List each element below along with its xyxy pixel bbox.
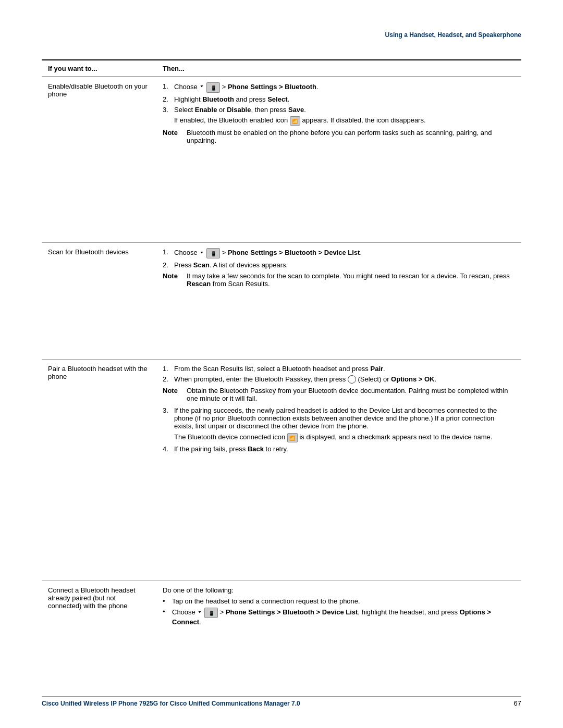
note-text: It may take a few seconds for the scan t…: [187, 272, 515, 288]
pair-label: Pair: [370, 365, 383, 373]
phone-icon: 📱: [206, 248, 220, 258]
step1-content: Choose 📱 > Phone Settings > Bluetooth.: [174, 82, 515, 93]
main-table: If you want to... Then... Enable/disable…: [42, 59, 521, 697]
pair-step4: If the pairing fails, press Back to retr…: [174, 445, 515, 453]
row3-steps: 1. From the Scan Results list, select a …: [163, 365, 515, 453]
extra-text: If enabled, the Bluetooth enabled icon 📶…: [174, 116, 515, 126]
step-num: 2.: [163, 95, 172, 103]
connect-settings-label: Phone Settings > Bluetooth > Device List: [226, 609, 358, 616]
table-row: Pair a Bluetooth headset with the phone …: [42, 359, 521, 581]
step1-label: Phone Settings > Bluetooth: [228, 83, 316, 91]
options-ok-label: Options > OK: [391, 375, 434, 383]
pair-step1: From the Scan Results list, select a Blu…: [174, 365, 515, 373]
pair-step3-extra: The Bluetooth device connected icon 📶 is…: [174, 433, 515, 442]
row4-intro: Do one of the following:: [163, 586, 515, 594]
nav-down-icon: [199, 250, 204, 256]
note-label: Note: [163, 387, 182, 402]
footer-right: 67: [514, 699, 521, 707]
row4-content: Do one of the following: • Tap on the he…: [163, 586, 515, 626]
footer-left: Cisco Unified Wireless IP Phone 7925G fo…: [42, 700, 300, 707]
row3-col2: 1. From the Scan Results list, select a …: [156, 359, 521, 581]
row2-col1: Scan for Bluetooth devices: [42, 242, 156, 359]
page-footer: Cisco Unified Wireless IP Phone 7925G fo…: [42, 699, 521, 707]
svg-marker-2: [199, 611, 201, 613]
nav-down-icon: [199, 84, 204, 90]
pair-step3: If the pairing succeeds, the newly paire…: [174, 406, 515, 442]
select-circle-icon: [348, 375, 356, 384]
row1-label: Enable/disable Bluetooth on your phone: [48, 82, 148, 98]
row2-col2: 1. Choose 📱 > Phone Settings > Bluetooth…: [156, 242, 521, 359]
enable-label: Enable: [195, 106, 217, 114]
nav-down-icon: [197, 610, 202, 616]
select-label: Select: [267, 95, 287, 103]
page-header: Using a Handset, Headset, and Speakerpho…: [42, 31, 521, 39]
back-label: Back: [248, 445, 264, 453]
header-title: Using a Handset, Headset, and Speakerpho…: [385, 31, 521, 39]
phone-icon2: 📱: [204, 608, 218, 618]
note-label: Note: [163, 129, 182, 144]
note-block: Note Obtain the Bluetooth Passkey from y…: [163, 387, 515, 402]
note-block: Note Bluetooth must be enabled on the ph…: [163, 129, 515, 144]
note-block: Note It may take a few seconds for the s…: [163, 272, 515, 288]
col2-header: Then...: [156, 60, 521, 77]
pair-step2: When prompted, enter the Bluetooth Passk…: [174, 375, 515, 384]
bullet-dot: •: [163, 597, 169, 605]
row2-label: Scan for Bluetooth devices: [48, 248, 129, 256]
step2-content: Highlight Bluetooth and press Select.: [174, 95, 515, 103]
phone-settings-icon: 📱: [206, 82, 220, 93]
col1-header: If you want to...: [42, 60, 156, 77]
bullet-dot: •: [163, 608, 169, 626]
row4-col1: Connect a Bluetooth headset already pair…: [42, 581, 156, 697]
page: Using a Handset, Headset, and Speakerpho…: [0, 0, 563, 728]
row3-label: Pair a Bluetooth headset with the phone: [48, 365, 148, 380]
scan-step1: Choose 📱 > Phone Settings > Bluetooth > …: [174, 248, 515, 258]
disable-label: Disable: [227, 106, 251, 114]
rescan-label: Rescan: [187, 280, 211, 288]
scan-step1-label: Phone Settings > Bluetooth > Device List: [228, 249, 360, 256]
row3-col1: Pair a Bluetooth headset with the phone: [42, 359, 156, 581]
step-num: 1.: [163, 82, 172, 93]
step-num: 2.: [163, 375, 172, 384]
note-label: Note: [163, 272, 182, 288]
note-text1: Obtain the Bluetooth Passkey from your B…: [187, 387, 515, 402]
list-item: • Choose 📱 > Phone Settings > Bluetooth …: [163, 608, 515, 626]
step3-content: Select Enable or Disable, then press Sav…: [174, 106, 515, 114]
scan-label: Scan: [193, 261, 210, 269]
row1-col1: Enable/disable Bluetooth on your phone: [42, 77, 156, 243]
bt-connected-icon: 📶: [287, 433, 298, 442]
scan-step2: Press Scan. A list of devices appears.: [174, 261, 515, 269]
bullet-text1: Tap on the headset to send a connection …: [172, 597, 360, 605]
row4-label: Connect a Bluetooth headset already pair…: [48, 586, 136, 610]
table-row: Scan for Bluetooth devices 1. Choose: [42, 242, 521, 359]
svg-marker-0: [201, 85, 203, 88]
row2-steps: 1. Choose 📱 > Phone Settings > Bluetooth…: [163, 248, 515, 288]
step-num: 1.: [163, 248, 172, 258]
bullet-list: • Tap on the headset to send a connectio…: [163, 597, 515, 626]
svg-marker-1: [201, 252, 203, 254]
bluetooth-label: Bluetooth: [202, 95, 234, 103]
bt-enabled-icon: 📶: [290, 116, 300, 126]
table-row: Connect a Bluetooth headset already pair…: [42, 581, 521, 697]
row1-col2: 1. Choose 📱 > Phone Settings > Bluetooth…: [156, 77, 521, 243]
bullet-text2: Choose 📱 > Phone Settings > Bluetooth > …: [172, 608, 515, 626]
note-text: Bluetooth must be enabled on the phone b…: [187, 129, 515, 144]
row4-col2: Do one of the following: • Tap on the he…: [156, 581, 521, 697]
step-num: 3.: [163, 106, 172, 114]
step-num: 3.: [163, 406, 172, 442]
row1-steps: 1. Choose 📱 > Phone Settings > Bluetooth…: [163, 82, 515, 144]
save-label: Save: [288, 106, 304, 114]
table-row: Enable/disable Bluetooth on your phone 1…: [42, 77, 521, 243]
step-num: 4.: [163, 445, 172, 453]
step-num: 2.: [163, 261, 172, 269]
list-item: • Tap on the headset to send a connectio…: [163, 597, 515, 605]
step-num: 1.: [163, 365, 172, 373]
